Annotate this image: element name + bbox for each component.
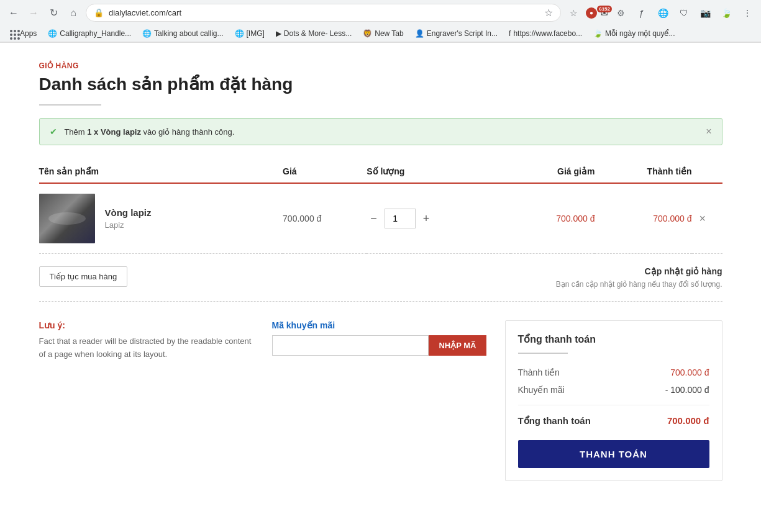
browser-toolbar: ← → ↻ ⌂ 🔒 dialylacviet.com/cart ☆ ☆ ● ✉ … (0, 0, 761, 25)
bookmark-icon-6: 👤 (415, 29, 424, 38)
product-sub: Lapiz (105, 220, 152, 230)
alert-quantity: 1 x (87, 127, 98, 137)
bookmark-icon-2: 🌐 (142, 29, 152, 38)
alert-close-button[interactable]: × (706, 126, 711, 137)
col-quantity: Số lượng (367, 160, 511, 183)
page-content: GIỎ HÀNG Danh sách sản phẩm đặt hàng ✔ T… (14, 43, 747, 500)
bookmark-calligraphy[interactable]: 🌐 Calligraphy_Handle... (43, 27, 136, 40)
bookmark-icon-7: f (509, 29, 511, 38)
order-summary: Tổng thanh toán Thành tiền 700.000 đ Khu… (505, 320, 722, 481)
title-divider (39, 104, 101, 106)
reload-button[interactable]: ↻ (45, 4, 62, 22)
note-text: Fact that a reader will be distracted by… (39, 335, 253, 361)
product-image-inner (39, 194, 95, 243)
update-cart-button[interactable]: Cập nhật giỏ hàng (645, 266, 722, 276)
bookmark-img[interactable]: 🌐 [IMG] (230, 27, 270, 40)
alert-text: Thêm 1 x Vòng lapiz vào giỏ hàng thành c… (64, 127, 234, 137)
quantity-control: − + (367, 209, 511, 228)
alert-product: Vòng lapiz (101, 127, 141, 137)
product-details: Vòng lapiz Lapiz (105, 207, 152, 230)
summary-total-divider (518, 405, 709, 405)
continue-shopping-button[interactable]: Tiếp tục mua hàng (39, 266, 128, 287)
bookmark-label-8: Mỗi ngày một quyể... (605, 29, 675, 38)
subtotal-label: Thành tiền (518, 367, 560, 377)
cart-table-body: Vòng lapiz Lapiz 700.000 đ − + 700.000 đ… (39, 183, 722, 254)
summary-divider (518, 353, 568, 354)
product-image (39, 194, 95, 243)
quantity-cell: − + (367, 183, 511, 254)
update-note: Bạn cần cập nhật giỏ hàng nếu thay đổi s… (556, 280, 722, 289)
bookmark-icon-1: 🌐 (48, 29, 57, 38)
coupon-section: Mã khuyến mãi NHẬP MÃ (272, 320, 486, 356)
chrome-menu-button[interactable]: ⋮ (739, 4, 756, 22)
extension-icons: ☆ ● ✉ 6152 ⚙ ƒ 🌐 🛡 📷 🍃 ⋮ (565, 4, 756, 22)
bookmark-moi-ngay[interactable]: 🍃 Mỗi ngày một quyể... (588, 27, 680, 40)
bookmark-apps[interactable]: Apps (5, 27, 42, 40)
forward-button[interactable]: → (25, 4, 42, 22)
price-cell: 700.000 đ (283, 183, 367, 254)
product-cell: Vòng lapiz Lapiz (39, 183, 283, 254)
table-row: Vòng lapiz Lapiz 700.000 đ − + 700.000 đ… (39, 183, 722, 254)
url-text: dialylacviet.com/cart (109, 8, 539, 17)
bookmark-star-button[interactable]: ☆ (544, 7, 553, 19)
bookmark-label-1: Calligraphy_Handle... (60, 29, 131, 38)
bookmark-label-5: New Tab (375, 29, 403, 38)
extension-btn-3[interactable]: 🌐 (654, 4, 672, 22)
bookmarks-bar: Apps 🌐 Calligraphy_Handle... 🌐 Talking a… (0, 25, 761, 42)
table-header-row: Tên sản phẩm Giá Số lượng Giá giảm Thành… (39, 160, 722, 183)
total-row: Tổng thanh toán 700.000 đ (518, 412, 709, 430)
mail-badge-count: 6152 (597, 6, 612, 12)
back-button[interactable]: ← (5, 4, 22, 22)
extensions-button[interactable]: ☆ (565, 4, 582, 22)
apps-grid-icon (10, 30, 17, 37)
summary-title: Tổng thanh toán (518, 333, 709, 345)
bookmark-icon-8: 🍃 (593, 29, 603, 38)
remove-item-button[interactable]: × (699, 212, 706, 225)
check-icon: ✔ (50, 127, 57, 137)
col-total: Thành tiền (595, 160, 691, 183)
browser-chrome: ← → ↻ ⌂ 🔒 dialylacviet.com/cart ☆ ☆ ● ✉ … (0, 0, 761, 43)
product-name: Vòng lapiz (105, 207, 152, 218)
extension-btn-2[interactable]: ƒ (633, 4, 650, 22)
bookmark-label-7: https://www.facebo... (513, 29, 582, 38)
total-value: 700.000 đ (667, 415, 709, 426)
extension-btn-1[interactable]: ⚙ (612, 4, 629, 22)
alert-prefix: Thêm (64, 127, 87, 137)
note-section: Lưu ý: Fact that a reader will be distra… (39, 320, 253, 361)
col-price: Giá (283, 160, 367, 183)
extension-btn-4[interactable]: 🛡 (675, 4, 693, 22)
address-bar[interactable]: 🔒 dialylacviet.com/cart ☆ (86, 4, 561, 22)
extension-btn-6[interactable]: 🍃 (718, 4, 735, 22)
subtotal-value: 700.000 đ (670, 367, 709, 377)
bookmark-icon-4: ▶ (276, 29, 281, 38)
checkout-button[interactable]: THANH TOÁN (518, 440, 709, 468)
cart-actions: Tiếp tục mua hàng Cập nhật giỏ hàng Bạn … (39, 254, 722, 302)
alert-suffix: vào giỏ hàng thành công. (141, 127, 234, 137)
cart-table: Tên sản phẩm Giá Số lượng Giá giảm Thành… (39, 160, 722, 254)
increase-quantity-button[interactable]: + (419, 212, 434, 225)
product-info: Vòng lapiz Lapiz (39, 194, 283, 243)
success-alert: ✔ Thêm 1 x Vòng lapiz vào giỏ hàng thành… (39, 118, 722, 145)
quantity-input[interactable] (385, 209, 416, 228)
discount-row: Khuyến mãi - 100.000 đ (518, 381, 709, 399)
extension-btn-5[interactable]: 📷 (696, 4, 714, 22)
decrease-quantity-button[interactable]: − (367, 212, 381, 225)
bookmark-icon-3: 🌐 (235, 29, 244, 38)
coupon-input[interactable] (272, 335, 429, 356)
col-product: Tên sản phẩm (39, 160, 283, 183)
bookmark-dots[interactable]: ▶ Dots & More- Less... (271, 27, 357, 40)
home-button[interactable]: ⌂ (65, 4, 82, 22)
bookmark-icon-5: 🦁 (363, 29, 372, 38)
note-title: Lưu ý: (39, 320, 253, 330)
nav-buttons: ← → ↻ ⌂ (5, 4, 82, 22)
bookmark-talking[interactable]: 🌐 Talking about callig... (137, 27, 228, 40)
bookmark-engravers[interactable]: 👤 Engraver's Script In... (410, 27, 503, 40)
cart-table-head: Tên sản phẩm Giá Số lượng Giá giảm Thành… (39, 160, 722, 183)
update-button-row: Cập nhật giỏ hàng (556, 266, 722, 280)
bookmark-label-3: [IMG] (247, 29, 265, 38)
alert-message: ✔ Thêm 1 x Vòng lapiz vào giỏ hàng thành… (50, 127, 235, 137)
coupon-submit-button[interactable]: NHẬP MÃ (429, 335, 486, 356)
bookmark-facebook[interactable]: f https://www.facebo... (504, 27, 587, 40)
bookmark-newtab[interactable]: 🦁 New Tab (358, 27, 408, 40)
coupon-row: NHẬP MÃ (272, 335, 486, 356)
